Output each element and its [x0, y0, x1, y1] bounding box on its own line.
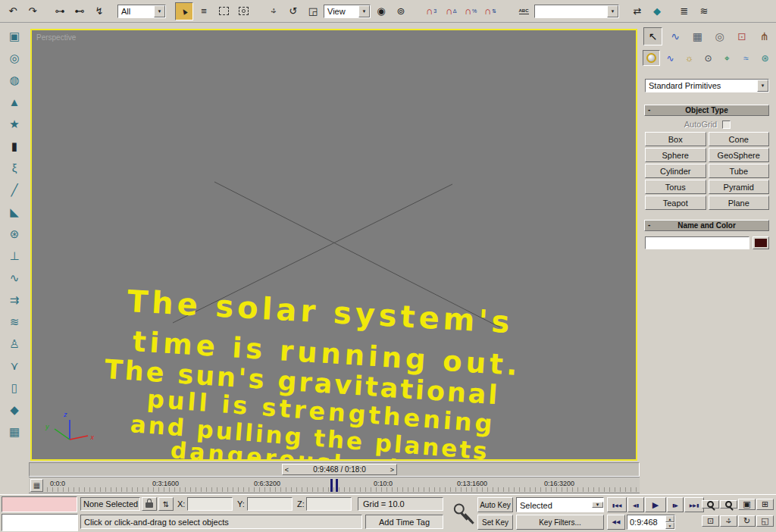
dropdown-arrow-icon[interactable]: ▼	[154, 5, 165, 17]
rectangular-selection-region-button[interactable]	[214, 2, 233, 20]
window-crossing-toggle[interactable]	[234, 2, 252, 20]
previous-frame-button[interactable]: ◀▮	[627, 497, 644, 512]
key-filter-selection-dropdown[interactable]: Selected ▼	[516, 497, 604, 512]
maxscript-macro-recorder-pane[interactable]	[2, 496, 77, 512]
tab-display[interactable]: ⊡	[732, 27, 751, 45]
selection-filter-dropdown[interactable]: All ▼	[117, 5, 166, 18]
x-coordinate-field[interactable]	[187, 497, 233, 511]
zoom-button[interactable]	[702, 500, 719, 509]
spinner-up-button[interactable]: ▲	[665, 515, 674, 522]
select-and-move-button[interactable]	[264, 2, 283, 20]
box-button[interactable]: Box	[645, 132, 706, 146]
left-tool-helix-icon[interactable]: ξ	[12, 162, 17, 174]
use-pivot-center-button[interactable]: ◉	[372, 2, 390, 20]
dropdown-arrow-icon[interactable]: ▼	[607, 5, 618, 17]
key-mode-toggle[interactable]: ◀◀	[607, 515, 625, 530]
left-tool-star-icon[interactable]: ★	[9, 118, 19, 130]
tube-button[interactable]: Tube	[709, 164, 770, 178]
object-name-input[interactable]	[645, 236, 749, 249]
select-object-button[interactable]: ▲	[175, 2, 193, 20]
tab-create[interactable]: ↖	[643, 27, 662, 45]
pan-view-button[interactable]	[720, 515, 737, 527]
selection-lock-toggle[interactable]	[142, 497, 157, 511]
sphere-button[interactable]: Sphere	[645, 148, 706, 162]
next-frame-arrow-icon[interactable]: >	[388, 466, 396, 474]
curve-editor-button[interactable]: ≋	[695, 2, 713, 20]
select-and-link-button[interactable]: ⊶	[51, 2, 69, 20]
left-tool-gear-icon[interactable]: ⊛	[10, 228, 20, 239]
left-tool-cylinder-icon[interactable]: ▯	[11, 382, 17, 393]
next-frame-button[interactable]: ▮▶	[667, 497, 684, 512]
keyboard-shortcut-override-toggle[interactable]: ABC	[515, 2, 533, 20]
left-tool-panel-icon[interactable]: ▮	[11, 140, 17, 152]
open-mini-curve-editor-button[interactable]: ▦	[30, 479, 43, 492]
select-and-rotate-button[interactable]: ↺	[284, 2, 302, 20]
snap-toggle-3d-button[interactable]: ∩3	[422, 2, 440, 20]
tab-hierarchy[interactable]: ▦	[688, 27, 707, 45]
dropdown-arrow-icon[interactable]: ▼	[358, 5, 370, 17]
left-tool-figure-icon[interactable]: ♙	[9, 338, 19, 349]
angle-snap-toggle[interactable]: ∩∆	[442, 2, 460, 20]
left-tool-diamond-icon[interactable]: ◆	[10, 404, 19, 415]
y-coordinate-field[interactable]	[247, 497, 293, 511]
category-geometry-button[interactable]	[643, 50, 660, 66]
category-helpers-button[interactable]: ⌖	[718, 50, 736, 66]
select-and-scale-button[interactable]: ◲	[304, 2, 322, 20]
time-slider-handle[interactable]: < 0:9:468 / 0:18:0 >	[282, 464, 397, 475]
named-selection-sets-dropdown[interactable]: ▼	[534, 5, 619, 18]
category-lights-button[interactable]: ☼	[681, 50, 698, 66]
torus-button[interactable]: Torus	[645, 180, 706, 194]
set-keys-button[interactable]	[449, 496, 474, 530]
left-tool-line-icon[interactable]: ╱	[11, 184, 17, 196]
set-key-toggle[interactable]: Set Key	[477, 515, 513, 530]
layer-manager-button[interactable]: ≣	[675, 2, 693, 20]
tab-modify[interactable]: ∿	[665, 27, 684, 45]
pyramid-button[interactable]: Pyramid	[709, 180, 770, 194]
dropdown-arrow-icon[interactable]: ▼	[592, 502, 603, 508]
min-max-toggle-button[interactable]: ◱	[756, 515, 774, 527]
go-to-start-button[interactable]: ▮◀◀	[607, 497, 627, 512]
object-color-swatch[interactable]	[753, 236, 769, 249]
unlink-selection-button[interactable]: ⊷	[70, 2, 89, 20]
absolute-offset-mode-toggle[interactable]: ⇅	[158, 497, 174, 511]
left-tool-grid-icon[interactable]: ▦	[9, 426, 20, 437]
left-tool-wave-icon[interactable]: ∿	[10, 272, 20, 283]
track-bar[interactable]: ▦ 0:0:0 0:3:1600 0:6:3200 0:10:0 0:13:16…	[29, 477, 640, 493]
left-tool-arrows-icon[interactable]: ⇉	[10, 294, 20, 305]
mirror-button[interactable]: ⇄	[628, 2, 646, 20]
left-tool-torus-icon[interactable]: ◎	[9, 52, 19, 64]
left-tool-sphere-icon[interactable]: ◍	[9, 74, 19, 86]
z-coordinate-field[interactable]	[306, 497, 352, 511]
align-button[interactable]: ◆	[648, 2, 666, 20]
category-systems-button[interactable]: ⊛	[756, 50, 774, 66]
zoom-extents-button[interactable]: ▣	[738, 499, 756, 510]
left-tool-utility-icon[interactable]: ⊥	[9, 250, 19, 261]
cone-button[interactable]: Cone	[709, 132, 770, 146]
time-slider-track[interactable]: < 0:9:468 / 0:18:0 >	[29, 462, 640, 477]
reference-coordsys-dropdown[interactable]: View ▼	[324, 5, 371, 18]
left-tool-cone-icon[interactable]: ▲	[9, 96, 20, 108]
previous-frame-arrow-icon[interactable]: <	[283, 466, 291, 474]
category-cameras-button[interactable]: ⊙	[699, 50, 717, 66]
current-time-marker[interactable]	[330, 479, 338, 492]
zoom-all-button[interactable]	[720, 500, 737, 509]
select-and-manipulate-button[interactable]: ⊚	[392, 2, 410, 20]
left-tool-bones-icon[interactable]: ⋎	[11, 360, 19, 371]
key-filters-button[interactable]: Key Filters...	[516, 515, 604, 530]
autogrid-checkbox[interactable]	[722, 120, 731, 129]
current-time-field[interactable]: 0:9:468 ▲ ▼	[627, 515, 675, 530]
arc-rotate-button[interactable]: ↻	[738, 515, 756, 527]
redo-button[interactable]: ↷	[23, 2, 42, 20]
play-button[interactable]: ▶	[645, 497, 666, 512]
bind-to-space-warp-button[interactable]: ↯	[90, 2, 108, 20]
maxscript-listener-pane[interactable]	[2, 514, 78, 531]
plane-button[interactable]: Plane	[709, 196, 770, 210]
auto-key-toggle[interactable]: Auto Key	[477, 497, 513, 512]
left-tool-box-icon[interactable]: ▣	[9, 30, 20, 42]
perspective-viewport[interactable]: Perspective The solar system's time is r…	[30, 29, 637, 461]
spinner-down-button[interactable]: ▼	[665, 522, 674, 529]
select-by-name-button[interactable]: ≡	[195, 2, 213, 20]
teapot-button[interactable]: Teapot	[645, 196, 706, 210]
category-shapes-button[interactable]: ∿	[662, 50, 679, 66]
dropdown-arrow-icon[interactable]: ▼	[757, 80, 768, 92]
